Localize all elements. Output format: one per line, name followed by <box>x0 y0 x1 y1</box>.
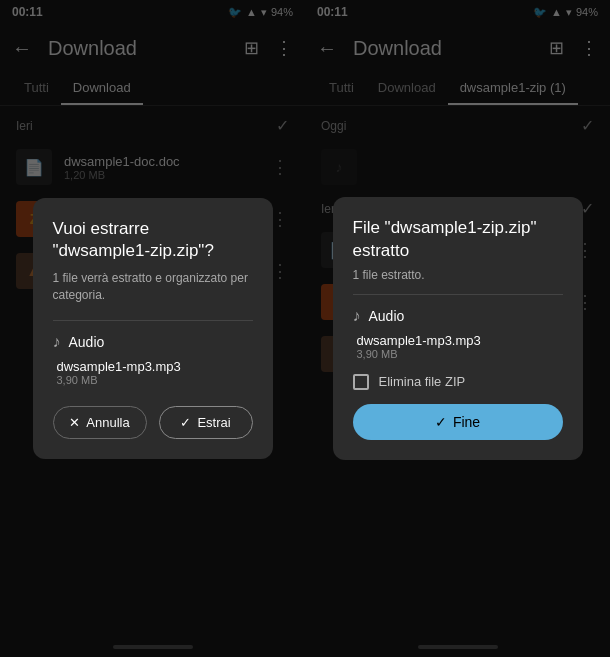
left-screen: 00:11 🐦 ▲ ▾ 94% ← Download ⊞ ⋮ Tutti Dow… <box>0 0 305 657</box>
checkbox-label-right: Elimina file ZIP <box>379 374 466 389</box>
dialog2-file-info-right: dwsample1-mp3.mp3 3,90 MB <box>353 333 563 360</box>
extract-check-icon: ✓ <box>180 415 191 430</box>
right-screen: 00:11 🐦 ▲ ▾ 94% ← Download ⊞ ⋮ Tutti Dow… <box>305 0 610 657</box>
extract-button[interactable]: ✓ Estrai <box>159 406 253 439</box>
dialog-file-size-left: 3,90 MB <box>57 374 253 386</box>
audio-icon-left: ♪ <box>53 333 61 351</box>
delete-zip-checkbox[interactable] <box>353 374 369 390</box>
cancel-label: Annulla <box>86 415 129 430</box>
audio-icon-right: ♪ <box>353 307 361 325</box>
dialog-divider-left <box>53 320 253 321</box>
dialog-actions-left: ✕ Annulla ✓ Estrai <box>53 406 253 439</box>
audio-label-right: Audio <box>369 308 405 324</box>
dialog2-file-size-right: 3,90 MB <box>357 348 563 360</box>
done-button[interactable]: ✓ Fine <box>353 404 563 440</box>
extract-dialog-overlay: Vuoi estrarre"dwsample1-zip.zip"? 1 file… <box>0 0 305 657</box>
success-dialog: File "dwsample1-zip.zip"estratto 1 file … <box>333 197 583 459</box>
dialog2-category-right: ♪ Audio <box>353 307 563 325</box>
done-label: Fine <box>453 414 480 430</box>
audio-label-left: Audio <box>69 334 105 350</box>
dialog-file-name-left: dwsample1-mp3.mp3 <box>57 359 253 374</box>
dialog-file-info-left: dwsample1-mp3.mp3 3,90 MB <box>53 359 253 386</box>
done-check-icon: ✓ <box>435 414 447 430</box>
cancel-button[interactable]: ✕ Annulla <box>53 406 147 439</box>
extract-dialog: Vuoi estrarre"dwsample1-zip.zip"? 1 file… <box>33 198 273 459</box>
dialog2-divider-right <box>353 294 563 295</box>
extract-label: Estrai <box>197 415 230 430</box>
dialog2-title-right: File "dwsample1-zip.zip"estratto <box>353 217 563 261</box>
dialog-category-left: ♪ Audio <box>53 333 253 351</box>
success-dialog-overlay: File "dwsample1-zip.zip"estratto 1 file … <box>305 0 610 657</box>
dialog2-file-name-right: dwsample1-mp3.mp3 <box>357 333 563 348</box>
dialog2-subtitle-right: 1 file estratto. <box>353 268 563 282</box>
dialog-title-left: Vuoi estrarre"dwsample1-zip.zip"? <box>53 218 253 262</box>
dialog-subtitle-left: 1 file verrà estratto e organizzato per … <box>53 270 253 304</box>
cancel-x-icon: ✕ <box>69 415 80 430</box>
checkbox-row-right: Elimina file ZIP <box>353 374 563 390</box>
